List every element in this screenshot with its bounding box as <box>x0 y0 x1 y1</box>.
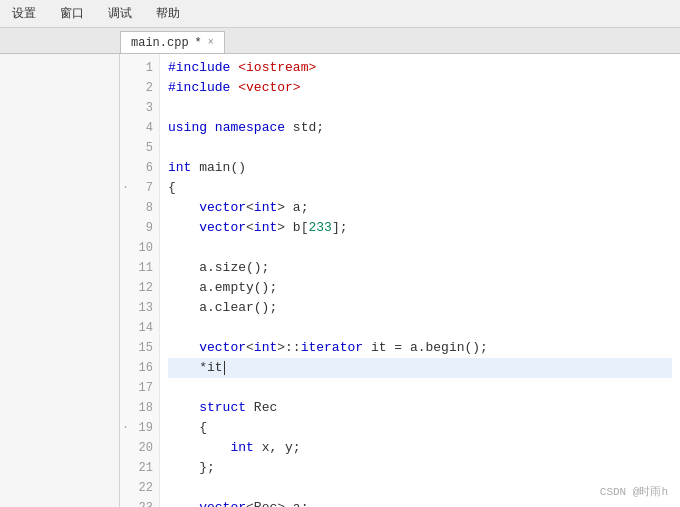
code-line-15: vector<int>::iterator it = a.begin(); <box>168 338 672 358</box>
code-line-12: a.empty(); <box>168 278 672 298</box>
code-line-1: #include <iostream> <box>168 58 672 78</box>
code-line-22 <box>168 478 672 498</box>
code-line-18: struct Rec <box>168 398 672 418</box>
code-line-20: int x, y; <box>168 438 672 458</box>
code-content[interactable]: #include <iostream> #include <vector> us… <box>160 54 680 507</box>
code-line-16: *it <box>168 358 672 378</box>
tab-bar: main.cpp* × <box>0 28 680 54</box>
menu-bar: 设置 窗口 调试 帮助 <box>0 0 680 28</box>
ln-2: 2 <box>120 78 159 98</box>
code-line-17 <box>168 378 672 398</box>
code-line-11: a.size(); <box>168 258 672 278</box>
ln-9: 9 <box>120 218 159 238</box>
line-numbers: 1 2 3 4 5 6 7 8 9 10 11 12 13 14 15 16 1… <box>120 54 160 507</box>
code-line-13: a.clear(); <box>168 298 672 318</box>
tab-modified: * <box>195 36 202 50</box>
code-line-23: vector<Rec> a; <box>168 498 672 507</box>
ln-6: 6 <box>120 158 159 178</box>
ln-10: 10 <box>120 238 159 258</box>
ln-5: 5 <box>120 138 159 158</box>
code-line-6: int main() <box>168 158 672 178</box>
menu-window[interactable]: 窗口 <box>56 3 88 24</box>
code-line-8: vector<int> a; <box>168 198 672 218</box>
ln-15: 15 <box>120 338 159 358</box>
menu-debug[interactable]: 调试 <box>104 3 136 24</box>
tab-close-button[interactable]: × <box>208 37 214 48</box>
sidebar <box>0 54 120 507</box>
code-line-5 <box>168 138 672 158</box>
code-line-7: { <box>168 178 672 198</box>
file-tab[interactable]: main.cpp* × <box>120 31 225 53</box>
tab-filename: main.cpp <box>131 36 189 50</box>
main-area: 1 2 3 4 5 6 7 8 9 10 11 12 13 14 15 16 1… <box>0 54 680 507</box>
ln-17: 17 <box>120 378 159 398</box>
code-line-21: }; <box>168 458 672 478</box>
ln-4: 4 <box>120 118 159 138</box>
watermark: CSDN @时雨h <box>600 484 668 499</box>
menu-help[interactable]: 帮助 <box>152 3 184 24</box>
code-line-10 <box>168 238 672 258</box>
ln-22: 22 <box>120 478 159 498</box>
ln-7: 7 <box>120 178 159 198</box>
ln-16: 16 <box>120 358 159 378</box>
code-line-14 <box>168 318 672 338</box>
ln-1: 1 <box>120 58 159 78</box>
menu-settings[interactable]: 设置 <box>8 3 40 24</box>
code-line-2: #include <vector> <box>168 78 672 98</box>
ln-19: 19 <box>120 418 159 438</box>
ln-12: 12 <box>120 278 159 298</box>
code-line-4: using namespace std; <box>168 118 672 138</box>
code-container: 1 2 3 4 5 6 7 8 9 10 11 12 13 14 15 16 1… <box>120 54 680 507</box>
ln-21: 21 <box>120 458 159 478</box>
ln-11: 11 <box>120 258 159 278</box>
code-line-19: { <box>168 418 672 438</box>
code-line-9: vector<int> b[233]; <box>168 218 672 238</box>
ln-3: 3 <box>120 98 159 118</box>
ln-23: 23 <box>120 498 159 507</box>
ln-13: 13 <box>120 298 159 318</box>
ln-18: 18 <box>120 398 159 418</box>
ln-14: 14 <box>120 318 159 338</box>
ln-8: 8 <box>120 198 159 218</box>
code-area[interactable]: 1 2 3 4 5 6 7 8 9 10 11 12 13 14 15 16 1… <box>120 54 680 507</box>
ln-20: 20 <box>120 438 159 458</box>
code-line-3 <box>168 98 672 118</box>
